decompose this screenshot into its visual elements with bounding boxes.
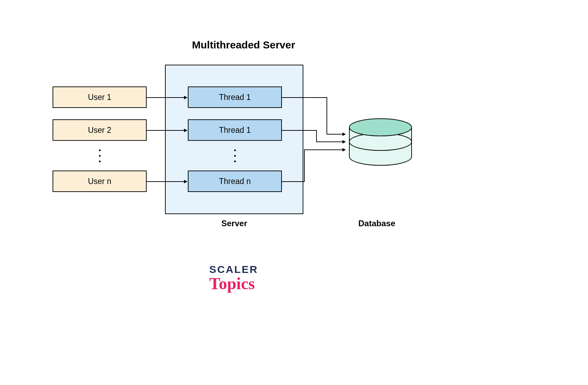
user-ellipsis-dot	[99, 161, 101, 162]
thread-ellipsis-dot	[234, 149, 236, 151]
database-label: Database	[358, 219, 395, 228]
svg-marker-3	[184, 129, 187, 132]
topics-logo-text: Topics	[209, 274, 255, 293]
svg-marker-9	[342, 140, 346, 144]
thread-ellipsis-dot	[234, 161, 236, 162]
svg-marker-10	[342, 148, 346, 152]
user-box-2: User 2	[53, 119, 147, 141]
svg-point-7	[349, 119, 412, 136]
diagram-title: Multithreaded Server	[192, 39, 295, 51]
connector-threadn-to-db	[282, 147, 351, 185]
svg-marker-5	[184, 180, 187, 183]
thread-ellipsis-dot	[234, 155, 236, 157]
svg-marker-1	[184, 96, 187, 99]
thread-box-2: Thread 1	[188, 119, 282, 141]
user-box-1: User 1	[53, 86, 147, 108]
thread-box-n: Thread n	[188, 171, 282, 192]
thread-label-2: Thread 1	[219, 126, 251, 135]
user-ellipsis-dot	[99, 149, 101, 151]
user-label-2: User 2	[88, 126, 111, 135]
user-label-1: User 1	[88, 93, 111, 102]
thread-box-1: Thread 1	[188, 86, 282, 108]
arrow-usern-to-threadn	[147, 179, 188, 184]
user-label-n: User n	[88, 177, 111, 186]
arrow-user1-to-thread1	[147, 95, 188, 100]
scaler-logo-text: SCALER	[209, 264, 258, 275]
arrow-user2-to-thread2	[147, 128, 188, 133]
connector-thread2-to-db	[282, 126, 351, 147]
thread-label-1: Thread 1	[219, 93, 251, 102]
user-ellipsis-dot	[99, 155, 101, 157]
user-box-n: User n	[53, 171, 147, 192]
database-icon	[346, 107, 415, 176]
thread-label-n: Thread n	[219, 177, 251, 186]
server-label: Server	[221, 219, 247, 228]
